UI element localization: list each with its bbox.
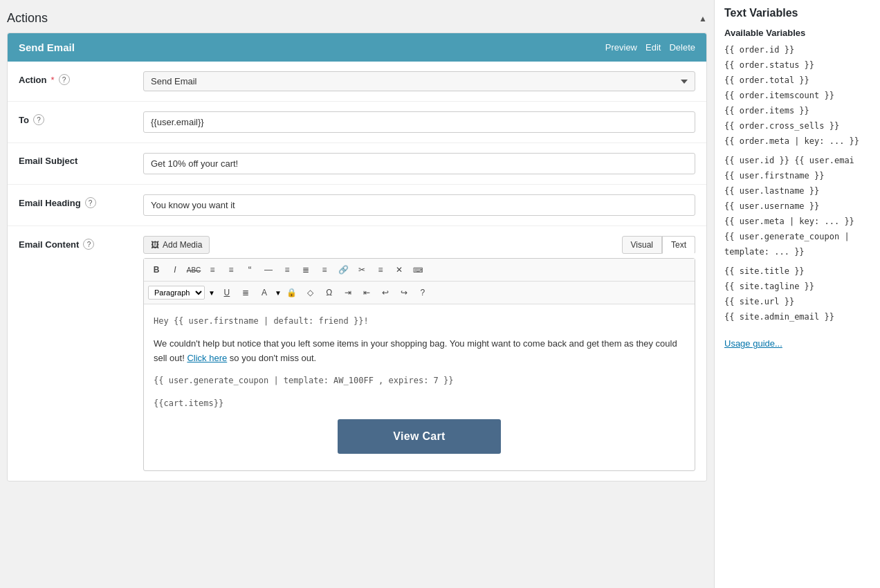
delete-action[interactable]: Delete: [669, 42, 695, 53]
var-order-meta: {{ order.meta | key: ... }}: [724, 135, 870, 147]
text-tab[interactable]: Text: [662, 236, 695, 254]
unordered-list-button[interactable]: ≡: [204, 261, 221, 278]
email-subject-input[interactable]: [143, 153, 695, 174]
var-site-tagline: {{ site.tagline }}: [724, 280, 870, 293]
action-select[interactable]: Send Email: [143, 71, 695, 91]
bold-button[interactable]: B: [148, 261, 165, 278]
action-field-col: Send Email: [143, 71, 695, 91]
text-color-button[interactable]: A: [256, 284, 273, 301]
special-chars-button[interactable]: Ω: [321, 284, 338, 301]
preview-action[interactable]: Preview: [605, 42, 637, 53]
email-subject-row: Email Subject: [8, 143, 706, 185]
view-cart-button[interactable]: View Cart: [338, 419, 500, 454]
card-header-title: Send Email: [19, 42, 75, 53]
add-media-icon: 🖼: [151, 240, 159, 250]
var-user-template: template: ... }}: [724, 246, 870, 258]
email-content-label: Email Content: [19, 239, 79, 250]
indent-button[interactable]: ⇥: [340, 284, 356, 301]
email-heading-input[interactable]: [143, 194, 695, 216]
to-help-icon[interactable]: ?: [33, 114, 44, 125]
help-button[interactable]: ?: [414, 284, 431, 301]
actions-title: Actions: [7, 11, 48, 26]
align-left-button[interactable]: ≡: [279, 261, 295, 278]
ordered-list-button[interactable]: ≡: [223, 261, 239, 278]
edit-action[interactable]: Edit: [645, 42, 661, 53]
blockquote-button[interactable]: “: [241, 261, 258, 278]
var-order-items: {{ order.items }}: [724, 104, 870, 117]
clear-formatting-button[interactable]: ◇: [302, 284, 319, 301]
italic-button[interactable]: I: [167, 261, 183, 278]
action-label-col: Action * ?: [19, 71, 143, 85]
site-variables: {{ site.title }} {{ site.tagline }} {{ s…: [724, 265, 870, 323]
visual-tab[interactable]: Visual: [622, 236, 662, 254]
var-order-cross-sells: {{ order.cross_sells }}: [724, 120, 870, 132]
var-order-total: {{ order.total }}: [724, 74, 870, 86]
underline-button[interactable]: U: [219, 284, 235, 301]
horizontal-rule-button[interactable]: —: [260, 261, 277, 278]
coupon-code: {{ user.generate_coupon | template: AW_1…: [154, 376, 453, 385]
email-content-row: Email Content ? 🖼 Add Media Visual Text: [8, 226, 706, 481]
insert-table-button[interactable]: ≡: [372, 261, 389, 278]
to-input[interactable]: [143, 111, 695, 133]
redo-button[interactable]: ↪: [396, 284, 412, 301]
view-cart-btn-wrapper: View Cart: [154, 419, 685, 454]
add-media-button[interactable]: 🖼 Add Media: [143, 236, 210, 254]
align-center-button[interactable]: ≣: [297, 261, 314, 278]
left-panel: Actions ▲ Send Email Preview Edit Delete…: [0, 0, 714, 588]
paragraph-select[interactable]: Paragraph: [148, 286, 205, 300]
var-user-id-email: {{ user.id }} {{ user.emai: [724, 154, 870, 167]
toolbar-row1: B I ABC ≡ ≡ “ — ≡ ≣ ≡ 🔗 ✂ ≡: [144, 259, 695, 282]
var-order-status: {{ order.status }}: [724, 59, 870, 71]
editor-content[interactable]: Hey {{ user.firstname | default: friend …: [144, 304, 695, 470]
cart-items-code: {{cart.items}}: [154, 398, 223, 408]
email-line2-end: so you don't miss out.: [230, 353, 316, 363]
right-panel: Text Variables Available Variables {{ or…: [714, 0, 880, 588]
var-user-lastname: {{ user.lastname }}: [724, 185, 870, 197]
email-heading-help-icon[interactable]: ?: [85, 197, 96, 208]
toolbar-row2: Paragraph ▼ U ≣ A ▼ 🔒 ◇ Ω ⇥ ⇤: [144, 282, 695, 304]
email-subject-label: Email Subject: [19, 156, 77, 166]
var-site-title: {{ site.title }}: [724, 265, 870, 277]
unlink-button[interactable]: ✂: [354, 261, 370, 278]
link-button[interactable]: 🔗: [335, 261, 351, 278]
action-row: Action * ? Send Email: [8, 62, 706, 102]
var-site-admin-email: {{ site.admin_email }}: [724, 311, 870, 323]
align-right-button[interactable]: ≡: [316, 261, 333, 278]
var-order-id: {{ order.id }}: [724, 44, 870, 56]
justify-button[interactable]: ≣: [237, 284, 254, 301]
add-media-label: Add Media: [163, 240, 202, 250]
collapse-icon[interactable]: ▲: [699, 14, 707, 24]
var-user-firstname: {{ user.firstname }}: [724, 169, 870, 182]
var-user-generate-coupon: {{ user.generate_coupon |: [724, 230, 870, 243]
email-subject-field-col: [143, 153, 695, 174]
action-help-icon[interactable]: ?: [59, 74, 70, 85]
to-field-col: [143, 111, 695, 133]
var-order-itemscount: {{ order.itemscount }}: [724, 89, 870, 102]
strikethrough-button[interactable]: ABC: [185, 261, 202, 278]
email-content-field-col: 🖼 Add Media Visual Text B I: [143, 236, 695, 471]
email-subject-label-col: Email Subject: [19, 153, 143, 166]
email-line1: Hey {{ user.firstname | default: friend …: [154, 316, 369, 326]
remove-format-button[interactable]: ✕: [391, 261, 407, 278]
email-heading-label: Email Heading: [19, 198, 81, 208]
action-required: *: [51, 75, 54, 85]
outdent-button[interactable]: ⇤: [358, 284, 375, 301]
var-user-username: {{ user.username }}: [724, 200, 870, 212]
variables-section-title: Available Variables: [724, 28, 870, 38]
to-label-col: To ?: [19, 111, 143, 125]
email-heading-row: Email Heading ?: [8, 185, 706, 226]
email-content-help-icon[interactable]: ?: [83, 239, 94, 250]
email-line2-para: We couldn't help but notice that you lef…: [154, 337, 685, 366]
panel-title: Actions ▲: [7, 7, 707, 33]
click-here-link[interactable]: Click here: [187, 353, 227, 363]
email-heading-field-col: [143, 194, 695, 216]
undo-button[interactable]: ↩: [377, 284, 394, 301]
card-header-actions: Preview Edit Delete: [605, 42, 695, 53]
usage-guide-link[interactable]: Usage guide...: [724, 338, 782, 349]
user-variables: {{ user.id }} {{ user.emai {{ user.first…: [724, 154, 870, 258]
keyboard-button[interactable]: ⌨: [410, 261, 426, 278]
editor-view-tabs: Visual Text: [622, 236, 695, 254]
paste-from-word-button[interactable]: 🔒: [284, 284, 300, 301]
card-body: Action * ? Send Email To ?: [8, 62, 706, 481]
to-row: To ?: [8, 102, 706, 143]
